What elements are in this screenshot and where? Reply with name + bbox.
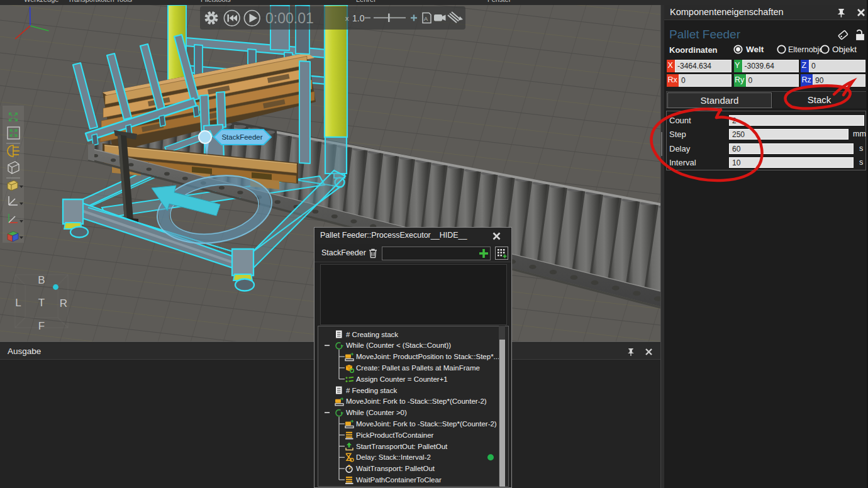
svg-text:MoveJoint: ProductPosition to: MoveJoint: ProductPosition to Stack::Ste… <box>356 353 499 360</box>
svg-text:While (Counter >0): While (Counter >0) <box>346 409 407 416</box>
svg-text:F: F <box>38 320 45 332</box>
svg-text:L: L <box>15 297 21 309</box>
svg-text:Delay: Stack::Interval-2: Delay: Stack::Interval-2 <box>356 453 431 461</box>
svg-text:WaitTransport: PalletOut: WaitTransport: PalletOut <box>356 465 435 472</box>
svg-text:WaitPathContainerToClear: WaitPathContainerToClear <box>356 476 442 484</box>
svg-text:PickProductToContainer: PickProductToContainer <box>356 431 434 439</box>
svg-text:x: x <box>345 14 349 22</box>
svg-text:MoveJoint: Fork to -Stack::Ste: MoveJoint: Fork to -Stack::Step*(Counter… <box>356 420 497 428</box>
svg-text:While (Counter < (Stack::Count: While (Counter < (Stack::Count)) <box>346 341 451 349</box>
svg-text:Assign Counter = Counter+1: Assign Counter = Counter+1 <box>356 375 448 383</box>
svg-text:0:00.01: 0:00.01 <box>265 10 314 26</box>
svg-text:1.0: 1.0 <box>352 13 365 23</box>
svg-text:StackFeeder: StackFeeder <box>221 133 262 141</box>
svg-text:Create: Pallet as Pallets at M: Create: Pallet as Pallets at MainFrame <box>356 364 480 372</box>
svg-text:# Feeding stack: # Feeding stack <box>346 387 397 394</box>
svg-text:# Creating stack: # Creating stack <box>346 331 398 338</box>
svg-text:MoveJoint: Fork to -Stack::Ste: MoveJoint: Fork to -Stack::Step*(Counter… <box>346 397 487 405</box>
svg-text:T: T <box>38 297 45 309</box>
svg-text:A: A <box>424 16 428 22</box>
svg-text:StartTransportOut: PalletOut: StartTransportOut: PalletOut <box>356 443 448 450</box>
svg-text:B: B <box>38 274 45 286</box>
svg-text:R: R <box>60 297 67 309</box>
